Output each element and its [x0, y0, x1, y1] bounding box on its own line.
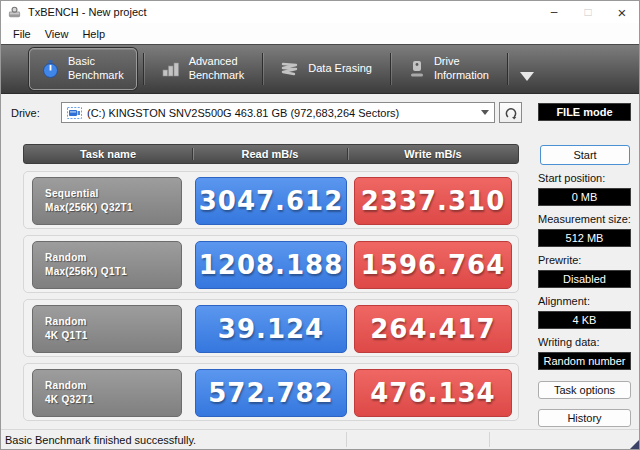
read-result-value: 1208.188 [195, 241, 347, 289]
file-mode-button[interactable]: FILE mode [538, 103, 631, 121]
task-name-line1: Random [45, 379, 181, 393]
results-table-header: Task name Read mB/s Write mB/s [23, 144, 519, 164]
drive-row: Drive: (C:) KINGSTON SNV2S500G 463.81 GB… [11, 102, 522, 123]
erase-scribble-icon [281, 61, 299, 77]
start-position-label: Start position: [538, 172, 631, 185]
task-name-line2: Max(256K) Q1T1 [45, 265, 181, 279]
tab-data-erasing[interactable]: Data Erasing [269, 48, 384, 90]
toolbar-overflow-button[interactable] [514, 48, 540, 90]
refresh-icon [504, 106, 518, 120]
toolbar-divider [143, 53, 144, 85]
task-button-random-4k-q32t1[interactable]: Random 4K Q32T1 [32, 369, 182, 417]
tab-label-line1: Drive [434, 55, 489, 69]
table-row: Random Max(256K) Q1T1 1208.188 1596.764 [23, 235, 519, 293]
tab-label-line1: Data Erasing [308, 62, 372, 76]
tab-label-line1: Basic [68, 55, 124, 69]
menu-view[interactable]: View [38, 26, 76, 42]
refresh-drives-button[interactable] [499, 102, 522, 123]
write-result-value: 2337.310 [354, 177, 512, 225]
task-options-button[interactable]: Task options [538, 381, 631, 399]
drive-label: Drive: [11, 107, 61, 119]
start-button[interactable]: Start [540, 145, 630, 165]
drive-icon [409, 60, 425, 78]
measurement-size-label: Measurement size: [538, 213, 631, 226]
drive-selected-text: (C:) KINGSTON SNV2S500G 463.81 GB (972,6… [87, 107, 399, 119]
alignment-label: Alignment: [538, 295, 631, 308]
task-name-line1: Sequential [45, 187, 181, 201]
menubar: File View Help [1, 23, 639, 44]
toolbar-divider [262, 53, 263, 85]
tab-advanced-benchmark[interactable]: Advanced Benchmark [150, 48, 257, 90]
column-header-write: Write mB/s [347, 148, 518, 160]
main-content: Drive: (C:) KINGSTON SNV2S500G 463.81 GB… [1, 94, 639, 429]
writing-data-value[interactable]: Random number [538, 352, 631, 370]
task-button-sequential-q32t1[interactable]: Sequential Max(256K) Q32T1 [32, 177, 182, 225]
write-result-value: 1596.764 [354, 241, 512, 289]
column-header-task-name: Task name [24, 148, 192, 160]
table-row: Random 4K Q1T1 39.124 264.417 [23, 299, 519, 357]
task-button-random-q1t1[interactable]: Random Max(256K) Q1T1 [32, 241, 182, 289]
drive-select[interactable]: (C:) KINGSTON SNV2S500G 463.81 GB (972,6… [61, 102, 495, 123]
write-result-value: 476.134 [354, 369, 512, 417]
task-name-line2: Max(256K) Q32T1 [45, 201, 181, 215]
tab-drive-information[interactable]: Drive Information [397, 48, 501, 90]
tab-label-line2: Information [434, 69, 489, 83]
read-result-value: 39.124 [195, 305, 347, 353]
menu-file[interactable]: File [6, 26, 38, 42]
writing-data-label: Writing data: [538, 336, 631, 349]
task-name-line1: Random [45, 315, 181, 329]
titlebar: TxBENCH - New project – □ × [1, 1, 639, 23]
write-result-value: 264.417 [354, 305, 512, 353]
minimize-button[interactable]: – [537, 1, 571, 23]
resize-grip[interactable] [630, 440, 639, 449]
toolbar: Basic Benchmark Advanced Benchmark Data … [1, 44, 639, 94]
stopwatch-icon [42, 60, 59, 79]
close-button[interactable]: × [605, 1, 639, 23]
measurement-size-value[interactable]: 512 MB [538, 229, 631, 247]
settings-sidebar: Start position: 0 MB Measurement size: 5… [538, 165, 631, 427]
table-row: Random 4K Q32T1 572.782 476.134 [23, 363, 519, 421]
task-button-random-4k-q1t1[interactable]: Random 4K Q1T1 [32, 305, 182, 353]
window-title: TxBENCH - New project [28, 6, 147, 18]
tab-label-line2: Benchmark [68, 69, 124, 83]
task-name-line2: 4K Q1T1 [45, 329, 181, 343]
history-button[interactable]: History [538, 409, 631, 427]
read-result-value: 572.782 [195, 369, 347, 417]
read-result-value: 3047.612 [195, 177, 347, 225]
tab-label-line1: Advanced [189, 55, 245, 69]
chevron-down-icon [481, 110, 489, 115]
start-position-value[interactable]: 0 MB [538, 188, 631, 206]
bar-chart-icon [162, 61, 180, 77]
disk-icon [67, 107, 82, 119]
toolbar-divider [507, 53, 508, 85]
menu-help[interactable]: Help [75, 26, 112, 42]
maximize-button[interactable]: □ [571, 1, 605, 23]
status-message: Basic Benchmark finished successfully. [5, 434, 196, 446]
app-window: TxBENCH - New project – □ × File View He… [0, 0, 640, 450]
task-name-line2: 4K Q32T1 [45, 393, 181, 407]
prewrite-value[interactable]: Disabled [538, 270, 631, 288]
alignment-value[interactable]: 4 KB [538, 311, 631, 329]
chevron-down-icon [520, 72, 534, 81]
toolbar-divider [390, 53, 391, 85]
column-header-read: Read mB/s [192, 148, 347, 160]
app-icon [7, 5, 22, 20]
prewrite-label: Prewrite: [538, 254, 631, 267]
table-row: Sequential Max(256K) Q32T1 3047.612 2337… [23, 171, 519, 229]
tab-basic-benchmark[interactable]: Basic Benchmark [29, 48, 137, 90]
statusbar: Basic Benchmark finished successfully. [1, 429, 639, 449]
statusbar-divider [346, 432, 347, 447]
statusbar-divider [489, 432, 490, 447]
task-name-line1: Random [45, 251, 181, 265]
tab-label-line2: Benchmark [189, 69, 245, 83]
